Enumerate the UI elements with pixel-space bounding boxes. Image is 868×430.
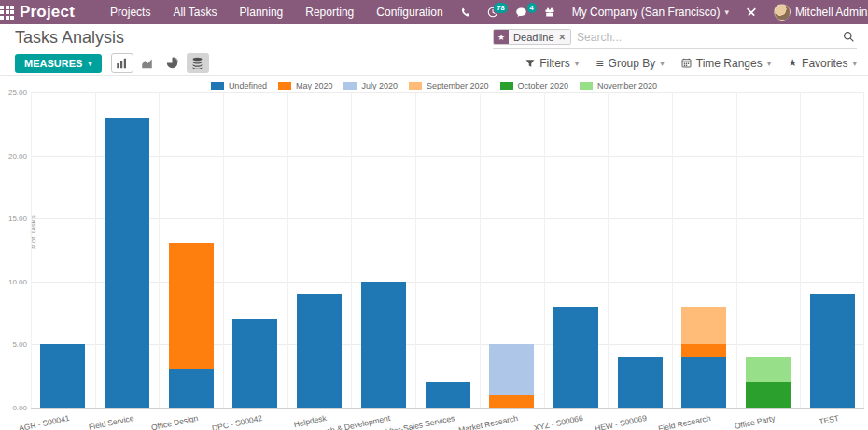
legend-swatch [343, 82, 357, 90]
gridline [31, 282, 864, 283]
tasks-analysis-chart: UndefinedMay 2020July 2020September 2020… [0, 80, 868, 430]
gridline [31, 92, 32, 408]
legend-swatch [580, 82, 593, 90]
legend-item[interactable]: October 2020 [500, 80, 569, 90]
bar-segment[interactable] [426, 382, 470, 408]
control-panel: Tasks Analysis ★ Deadline ✕ [0, 24, 868, 51]
bar-segment[interactable] [169, 369, 214, 408]
chevron-down-icon: ▾ [724, 7, 729, 17]
line-chart-view-button[interactable] [136, 53, 159, 73]
apps-menu-button[interactable] [0, 0, 14, 24]
bar-segment[interactable] [746, 357, 791, 382]
legend-swatch [500, 82, 513, 90]
search-facet-deadline[interactable]: ★ Deadline ✕ [493, 29, 571, 45]
gridline [863, 92, 864, 408]
bar-chart-view-button[interactable] [111, 53, 133, 73]
legend-label: November 2020 [597, 81, 657, 90]
x-axis-label: XYZ - S00066 [533, 413, 583, 430]
bar-segment[interactable] [553, 307, 598, 408]
gridline [223, 92, 224, 408]
group-by-dropdown[interactable]: ≡ Group By ▾ [595, 56, 664, 71]
legend-swatch [278, 82, 291, 90]
search-input[interactable] [571, 30, 843, 45]
activities-clock-icon[interactable]: 78 [480, 4, 506, 21]
y-axis-tick: 0.00 [0, 404, 27, 412]
facet-label: Deadline [513, 32, 553, 43]
top-navbar: Project Projects All Tasks Planning Repo… [0, 0, 868, 24]
legend-label: July 2020 [361, 81, 398, 90]
gridline [31, 218, 864, 219]
activity-count-badge: 78 [494, 3, 507, 13]
company-switcher[interactable]: My Company (San Francisco) ▾ [565, 2, 736, 22]
nav-item-planning[interactable]: Planning [231, 2, 293, 22]
bar-segment[interactable] [746, 382, 791, 408]
gridline [287, 92, 288, 408]
chevron-down-icon: ▾ [852, 59, 857, 68]
messages-icon[interactable]: 4 [508, 4, 535, 21]
nav-item-projects[interactable]: Projects [101, 2, 160, 22]
filter-funnel-icon [525, 59, 535, 68]
nav-item-reporting[interactable]: Reporting [296, 2, 363, 22]
x-axis-label: Field Research [657, 413, 711, 430]
facet-star-icon: ★ [494, 30, 509, 44]
legend-item[interactable]: Undefined [211, 80, 267, 90]
chart-legend: UndefinedMay 2020July 2020September 2020… [0, 80, 868, 90]
measures-button[interactable]: MEASURES ▾ [15, 54, 102, 73]
bar-segment[interactable] [105, 118, 149, 408]
legend-item[interactable]: May 2020 [278, 80, 333, 90]
gridline [672, 92, 673, 408]
y-axis-tick: 15.00 [0, 215, 27, 223]
x-axis-label: HEW - S00069 [594, 413, 648, 430]
bar-segment[interactable] [681, 344, 726, 357]
bar-segment[interactable] [232, 319, 277, 408]
bar-segment[interactable] [618, 357, 663, 408]
time-ranges-dropdown[interactable]: Time Ranges ▾ [681, 57, 771, 70]
y-axis-tick: 20.00 [0, 152, 27, 160]
bar-segment[interactable] [810, 294, 855, 408]
gridline [608, 92, 609, 408]
search-icon[interactable] [843, 31, 857, 43]
gridline [800, 92, 801, 408]
gridline [31, 408, 864, 409]
phone-icon[interactable] [453, 5, 478, 21]
legend-item[interactable]: November 2020 [580, 80, 657, 90]
legend-item[interactable]: July 2020 [343, 80, 398, 90]
pie-chart-view-button[interactable] [161, 53, 184, 73]
bar-segment[interactable] [681, 307, 726, 345]
x-axis-label: Market Research [458, 413, 519, 430]
chevron-down-icon: ▾ [575, 59, 580, 68]
gridline [95, 92, 96, 408]
nav-item-configuration[interactable]: Configuration [367, 2, 452, 22]
x-axis-label: Field Service [88, 413, 134, 430]
bar-segment[interactable] [297, 294, 342, 408]
bar-segment[interactable] [361, 282, 406, 408]
search-bar: ★ Deadline ✕ [493, 27, 857, 49]
user-menu[interactable]: Mitchell Admin ▾ [766, 0, 868, 24]
gift-icon[interactable] [537, 4, 563, 21]
gridline [31, 344, 864, 345]
gridline [159, 92, 160, 408]
nav-item-all-tasks[interactable]: All Tasks [163, 2, 226, 22]
x-axis-label: TEST [818, 413, 839, 426]
chevron-down-icon: ▾ [767, 59, 772, 68]
gridline [31, 156, 864, 157]
chevron-down-icon: ▾ [88, 59, 92, 68]
bar-segment[interactable] [489, 395, 534, 408]
favorites-dropdown[interactable]: ★ Favorites ▾ [788, 57, 857, 70]
legend-label: October 2020 [518, 81, 569, 90]
bar-segment[interactable] [169, 243, 214, 369]
gridline [351, 92, 352, 408]
stacked-toggle-button[interactable] [187, 53, 209, 73]
y-axis-tick: 5.00 [0, 340, 27, 349]
filters-dropdown[interactable]: Filters ▾ [525, 57, 579, 70]
legend-item[interactable]: September 2020 [409, 80, 489, 90]
facet-remove-icon[interactable]: ✕ [559, 33, 567, 42]
developer-tools-icon[interactable] [738, 4, 764, 21]
nav-menu: Projects All Tasks Planning Reporting Co… [101, 2, 453, 22]
bar-segment[interactable] [681, 357, 726, 408]
bar-segment[interactable] [489, 344, 534, 395]
bar-segment[interactable] [40, 344, 85, 408]
app-brand[interactable]: Project [20, 3, 75, 21]
view-toolbar: MEASURES ▾ Filters ▾ ≡ Group By ▾ [0, 51, 868, 76]
legend-label: May 2020 [296, 81, 333, 90]
